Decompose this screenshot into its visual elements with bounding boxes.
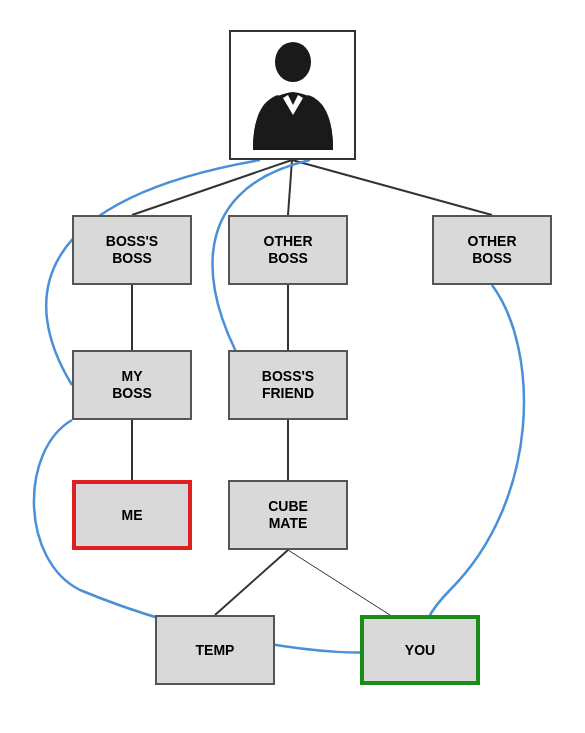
cube-mate-node: CUBE MATE: [228, 480, 348, 550]
person-silhouette: [248, 40, 338, 150]
avatar: [229, 30, 356, 160]
bosss-boss-node: BOSS'S BOSS: [72, 215, 192, 285]
temp-node: TEMP: [155, 615, 275, 685]
other-boss-2-node: OTHER BOSS: [432, 215, 552, 285]
bosss-friend-node: BOSS'S FRIEND: [228, 350, 348, 420]
svg-line-3: [292, 160, 492, 215]
svg-point-0: [275, 42, 311, 82]
other-boss-1-node: OTHER BOSS: [228, 215, 348, 285]
me-node: ME: [72, 480, 192, 550]
my-boss-node: MY BOSS: [72, 350, 192, 420]
svg-line-8: [215, 550, 288, 615]
you-node: YOU: [360, 615, 480, 685]
svg-line-2: [288, 160, 292, 215]
svg-line-9: [288, 550, 390, 615]
svg-line-1: [132, 160, 292, 215]
org-chart: BOSS'S BOSS OTHER BOSS OTHER BOSS MY BOS…: [0, 0, 585, 733]
